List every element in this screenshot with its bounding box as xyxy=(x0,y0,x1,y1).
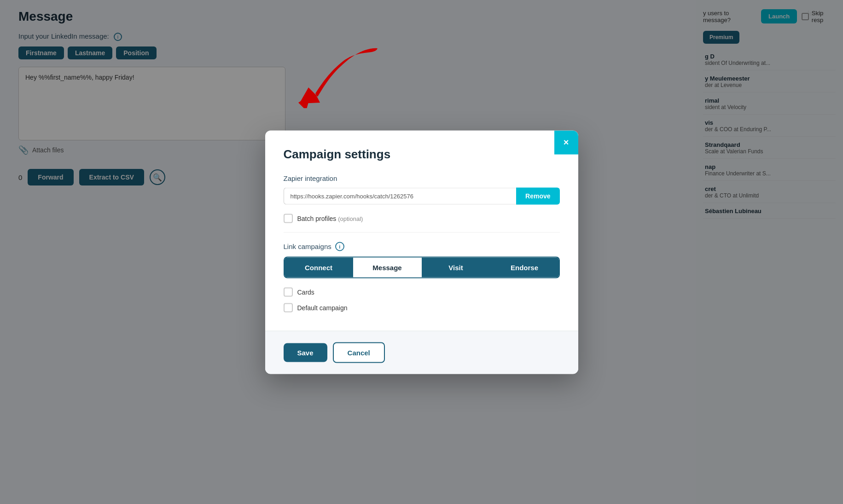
batch-profiles-row: Batch profiles (optional) xyxy=(284,214,560,223)
batch-profiles-checkbox[interactable] xyxy=(284,214,293,223)
cards-row: Cards xyxy=(284,287,560,296)
optional-text: (optional) xyxy=(338,215,363,222)
batch-profiles-label: Batch profiles (optional) xyxy=(297,214,363,222)
cancel-button[interactable]: Cancel xyxy=(333,342,385,363)
zapier-row: Remove xyxy=(284,187,560,204)
tab-endorse[interactable]: Endorse xyxy=(490,257,559,277)
zapier-label: Zapier integration xyxy=(284,174,560,182)
link-campaigns-label: Link campaigns i xyxy=(284,242,560,251)
modal-title: Campaign settings xyxy=(284,147,560,161)
save-button[interactable]: Save xyxy=(284,343,327,362)
modal-close-button[interactable]: × xyxy=(554,130,578,154)
remove-button[interactable]: Remove xyxy=(516,187,559,204)
tab-connect[interactable]: Connect xyxy=(285,257,353,277)
campaign-settings-modal: × Campaign settings Zapier integration R… xyxy=(265,130,578,374)
zapier-input[interactable] xyxy=(284,187,517,204)
modal-body: Campaign settings Zapier integration Rem… xyxy=(265,130,578,312)
cards-checkbox[interactable] xyxy=(284,287,293,296)
default-campaign-label: Default campaign xyxy=(297,304,348,311)
cards-label: Cards xyxy=(297,288,314,295)
section-divider xyxy=(284,232,560,232)
tab-visit[interactable]: Visit xyxy=(422,257,490,277)
campaign-tabs: Connect Message Visit Endorse xyxy=(284,256,560,278)
link-campaigns-info-icon[interactable]: i xyxy=(335,242,344,251)
modal-footer: Save Cancel xyxy=(265,330,578,374)
tab-message[interactable]: Message xyxy=(353,257,422,277)
default-campaign-checkbox[interactable] xyxy=(284,303,293,312)
link-campaigns-section: Link campaigns i Connect Message Visit E… xyxy=(284,242,560,312)
default-campaign-row: Default campaign xyxy=(284,303,560,312)
